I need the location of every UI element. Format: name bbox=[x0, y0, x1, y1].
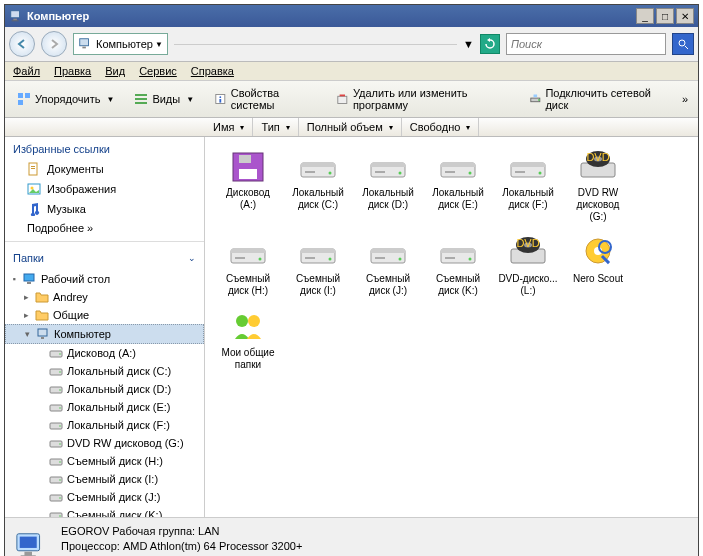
col-free[interactable]: Свободно▾ bbox=[402, 118, 480, 136]
organize-button[interactable]: Упорядочить▼ bbox=[11, 90, 120, 108]
tree-drive-item[interactable]: Локальный диск (C:) bbox=[5, 362, 204, 380]
svg-text:DVD: DVD bbox=[516, 237, 539, 249]
tree-drive-label: Съемный диск (K:) bbox=[67, 509, 162, 517]
svg-rect-55 bbox=[301, 163, 335, 167]
svg-rect-63 bbox=[441, 163, 475, 167]
tree-drive-item[interactable]: Локальный диск (F:) bbox=[5, 416, 204, 434]
tree-drive-item[interactable]: Съемный диск (J:) bbox=[5, 488, 204, 506]
map-network-drive-button[interactable]: Подключить сетевой диск bbox=[523, 85, 670, 113]
drive-item[interactable]: Съемный диск (J:) bbox=[355, 233, 421, 299]
drive-icon bbox=[227, 309, 269, 345]
svg-rect-77 bbox=[235, 257, 245, 259]
tree-desktop[interactable]: ▪Рабочий стол bbox=[5, 270, 204, 288]
svg-rect-52 bbox=[239, 155, 251, 163]
search-box[interactable] bbox=[506, 33, 666, 55]
svg-rect-59 bbox=[371, 163, 405, 167]
svg-point-98 bbox=[236, 315, 248, 327]
chevron-down-icon[interactable]: ▼ bbox=[155, 40, 163, 49]
menu-help[interactable]: Справка bbox=[191, 65, 234, 77]
drive-item[interactable]: DVDDVD-диско... (L:) bbox=[495, 233, 561, 299]
address-text: Компьютер bbox=[96, 38, 153, 50]
uninstall-button[interactable]: Удалить или изменить программу bbox=[330, 85, 515, 113]
svg-rect-7 bbox=[18, 93, 23, 98]
fav-more[interactable]: Подробнее » bbox=[5, 219, 204, 237]
forward-button[interactable] bbox=[41, 31, 67, 57]
tree-drive-item[interactable]: Локальный диск (E:) bbox=[5, 398, 204, 416]
drive-label: Съемный диск (I:) bbox=[287, 273, 349, 297]
status-text: EGOROV Рабочая группа: LAN Процессор: AM… bbox=[61, 524, 302, 556]
chevron-down-icon: ▼ bbox=[106, 95, 114, 104]
menu-view[interactable]: Вид bbox=[105, 65, 125, 77]
svg-rect-69 bbox=[515, 171, 525, 173]
tree-user[interactable]: ▸Andrey bbox=[5, 288, 204, 306]
fav-pictures[interactable]: Изображения bbox=[5, 179, 204, 199]
views-button[interactable]: Виды▼ bbox=[128, 90, 200, 108]
svg-rect-28 bbox=[41, 337, 44, 339]
refresh-button[interactable] bbox=[480, 34, 500, 54]
folders-header[interactable]: Папки⌄ bbox=[5, 246, 204, 268]
menu-edit[interactable]: Правка bbox=[54, 65, 91, 77]
drive-label: Локальный диск (D:) bbox=[357, 187, 419, 211]
explorer-window: Компьютер _ □ ✕ Компьютер ▼ ▼ Файл Правк… bbox=[4, 4, 699, 556]
tree-drive-item[interactable]: DVD RW дисковод (G:) bbox=[5, 434, 204, 452]
svg-point-42 bbox=[59, 461, 61, 463]
toolbar-overflow[interactable]: » bbox=[678, 91, 692, 107]
drive-item[interactable]: Локальный диск (C:) bbox=[285, 147, 351, 225]
tree-public[interactable]: ▸Общие bbox=[5, 306, 204, 324]
drive-item[interactable]: Дисковод (A:) bbox=[215, 147, 281, 225]
network-drive-icon bbox=[529, 92, 542, 106]
tree-drive-item[interactable]: Локальный диск (D:) bbox=[5, 380, 204, 398]
menu-service[interactable]: Сервис bbox=[139, 65, 177, 77]
drive-item[interactable]: Съемный диск (I:) bbox=[285, 233, 351, 299]
address-bar[interactable]: Компьютер ▼ bbox=[73, 33, 168, 55]
history-dropdown[interactable]: ▼ bbox=[463, 38, 474, 50]
drive-label: DVD-диско... (L:) bbox=[497, 273, 559, 297]
svg-point-36 bbox=[59, 407, 61, 409]
svg-rect-89 bbox=[445, 257, 455, 259]
tree-drive-label: DVD RW дисковод (G:) bbox=[67, 437, 184, 449]
drive-item[interactable]: Съемный диск (K:) bbox=[425, 233, 491, 299]
svg-rect-0 bbox=[11, 11, 20, 18]
drive-icon bbox=[367, 149, 409, 185]
svg-point-56 bbox=[329, 172, 332, 175]
svg-rect-15 bbox=[220, 99, 222, 103]
menu-file[interactable]: Файл bbox=[13, 65, 40, 77]
maximize-button[interactable]: □ bbox=[656, 8, 674, 24]
search-button[interactable] bbox=[672, 33, 694, 55]
drive-icon bbox=[49, 400, 63, 414]
col-name[interactable]: Имя▾ bbox=[205, 118, 253, 136]
svg-point-68 bbox=[539, 172, 542, 175]
drive-item[interactable]: Локальный диск (D:) bbox=[355, 147, 421, 225]
svg-rect-9 bbox=[18, 100, 23, 105]
drive-label: Локальный диск (E:) bbox=[427, 187, 489, 211]
drive-item[interactable]: Локальный диск (E:) bbox=[425, 147, 491, 225]
svg-point-14 bbox=[220, 96, 222, 98]
tree-drive-item[interactable]: Дисковод (A:) bbox=[5, 344, 204, 362]
drive-label: Мои общие папки bbox=[217, 347, 279, 371]
search-input[interactable] bbox=[511, 38, 661, 50]
documents-icon bbox=[27, 162, 41, 176]
tree-drive-item[interactable]: Съемный диск (H:) bbox=[5, 452, 204, 470]
drive-item[interactable]: Локальный диск (F:) bbox=[495, 147, 561, 225]
tree-drive-item[interactable]: Съемный диск (I:) bbox=[5, 470, 204, 488]
back-button[interactable] bbox=[9, 31, 35, 57]
tree-drive-label: Съемный диск (H:) bbox=[67, 455, 163, 467]
col-total[interactable]: Полный объем▾ bbox=[299, 118, 402, 136]
col-type[interactable]: Тип▾ bbox=[253, 118, 298, 136]
fav-music[interactable]: Музыка bbox=[5, 199, 204, 219]
drive-item[interactable]: Мои общие папки bbox=[215, 307, 281, 373]
tree-drive-item[interactable]: Съемный диск (K:) bbox=[5, 506, 204, 517]
tree-computer[interactable]: ▾Компьютер bbox=[5, 324, 204, 344]
system-properties-button[interactable]: Свойства системы bbox=[208, 85, 322, 113]
tree-drive-label: Съемный диск (I:) bbox=[67, 473, 158, 485]
drive-item[interactable]: Съемный диск (H:) bbox=[215, 233, 281, 299]
drive-item[interactable]: DVDDVD RW дисковод (G:) bbox=[565, 147, 631, 225]
pictures-icon bbox=[27, 182, 41, 196]
drive-item[interactable]: Nero Scout bbox=[565, 233, 631, 299]
svg-rect-75 bbox=[231, 249, 265, 253]
svg-rect-10 bbox=[135, 94, 147, 96]
svg-rect-83 bbox=[371, 249, 405, 253]
fav-documents[interactable]: Документы bbox=[5, 159, 204, 179]
minimize-button[interactable]: _ bbox=[636, 8, 654, 24]
close-button[interactable]: ✕ bbox=[676, 8, 694, 24]
